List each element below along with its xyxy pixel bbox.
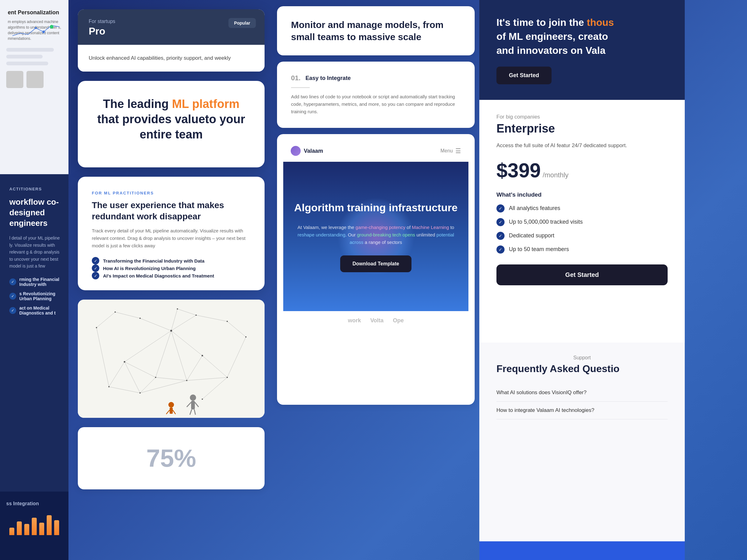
chart-area: [3, 9, 66, 168]
ent-feature-label-2: Up to 5,000,000 tracked visits: [509, 219, 583, 225]
step-divider: [291, 87, 310, 88]
pro-card-body: Unlock enhanced AI capabilities, priorit…: [78, 45, 264, 72]
phone-menu-area[interactable]: Menu ☰: [440, 147, 461, 155]
check-item-1: ✓ Transforming the Financial Industry wi…: [92, 257, 251, 264]
step-num-text: 01.: [291, 74, 301, 82]
brand-logo-1: work: [348, 317, 361, 324]
faq-item-1[interactable]: What AI solutions does VisionIQ offer?: [496, 384, 668, 402]
menu-icon: ☰: [455, 147, 461, 155]
logo-orb: [291, 146, 301, 156]
step-number: 01. Easy to Integrate: [291, 74, 461, 82]
check-item-2: ✓ How AI is Revolutionizing Urban Planni…: [92, 264, 251, 272]
svg-point-44: [190, 395, 196, 401]
ent-feature-2: ✓ Up to 5,000,000 tracked visits: [496, 218, 668, 226]
check-icon-3: ✓: [92, 272, 99, 279]
bar-1: [9, 528, 14, 535]
faq-question-2: How to integrate Valaam AI technologies?: [496, 407, 668, 414]
chart-svg: [6, 12, 66, 44]
popular-badge: Popular: [229, 18, 256, 28]
feature-label-3: act on Medical Diagnostics and t: [19, 305, 62, 316]
svg-point-41: [245, 336, 247, 338]
percent-value: 75: [146, 444, 174, 472]
svg-point-1: [35, 27, 37, 29]
faq-item-2[interactable]: How to integrate Valaam AI technologies?: [496, 402, 668, 419]
feature-label-1: rming the Financial Industry with: [19, 277, 62, 287]
svg-point-36: [139, 318, 141, 319]
blue-bottom-bar: [479, 541, 685, 560]
hero-pre: The leading: [103, 97, 169, 110]
svg-rect-51: [170, 407, 173, 414]
ent-check-3: ✓: [496, 232, 505, 240]
svg-point-28: [170, 330, 172, 331]
bar-2: [17, 522, 22, 535]
phone-inner: Valaam Menu ☰ Algorithm training infrast…: [283, 140, 468, 399]
hero-card: The leading ML platform that provides va…: [78, 81, 264, 167]
get-started-enterprise-button[interactable]: Get Started: [496, 264, 668, 285]
check-label-3: AI's Impact on Medical Diagnostics and T…: [103, 273, 214, 278]
big-number: 75%: [146, 444, 196, 473]
check-icon-1: ✓: [92, 257, 99, 264]
step-title-text: Easy to Integrate: [306, 75, 351, 81]
percent-symbol: %: [174, 444, 196, 472]
svg-point-31: [155, 377, 156, 378]
ent-feature-label-3: Dedicated support: [509, 232, 554, 239]
feature-item-3: ✓ act on Medical Diagnostics and t: [9, 305, 62, 316]
hero-orange-text: ML platform: [172, 97, 239, 110]
phone-hero-desc: At Valaam, we leverage the game-changing…: [292, 224, 459, 246]
menu-label: Menu: [440, 148, 453, 154]
enterprise-for-label: For big companies: [496, 114, 668, 120]
logo-name: Valaam: [304, 148, 323, 154]
bar-chart-panel: ss Integration: [0, 491, 69, 560]
bar-4: [32, 518, 37, 535]
svg-point-35: [108, 386, 109, 387]
text-pink: game-changing potency: [356, 224, 405, 230]
download-template-button[interactable]: Download Template: [340, 256, 412, 272]
enterprise-name: Enterprise: [496, 122, 668, 135]
get-started-top-button[interactable]: Get Started: [496, 66, 551, 84]
network-art-svg: [78, 300, 264, 418]
feature-label-2: s Revolutionizing Urban Planning: [19, 291, 62, 301]
brand-logo-2: Volta: [370, 317, 384, 324]
svg-point-43: [202, 399, 203, 400]
svg-point-40: [227, 321, 228, 322]
column-3: Monitor and manage models, from small te…: [271, 0, 479, 560]
ss-integration-label: ss Integration: [6, 501, 62, 506]
column-2: For startups Pro Popular Unlock enhanced…: [69, 0, 271, 560]
faq-support-label: Support: [496, 355, 668, 361]
svg-point-29: [124, 361, 125, 363]
practitioner-heading: The user experience that makes redundant…: [92, 200, 251, 222]
enterprise-price: $399 /monthly: [496, 159, 668, 182]
column-1: ent Personalization m employs advanced m…: [0, 0, 69, 560]
col4-hero-text: It's time to join the thousof ML enginee…: [496, 16, 668, 57]
svg-point-34: [139, 392, 141, 394]
bar-7: [54, 520, 59, 535]
bar-3: [24, 524, 29, 535]
svg-rect-45: [191, 401, 195, 409]
ent-check-4: ✓: [496, 245, 505, 254]
pro-card-top: For startups Pro Popular: [78, 9, 264, 45]
feature-item-2: ✓ s Revolutionizing Urban Planning: [9, 291, 62, 301]
practitioner-card: FOR ML PRACTITIONERS The user experience…: [78, 177, 264, 291]
svg-point-37: [196, 315, 197, 316]
monitor-heading: Monitor and manage models, from small te…: [291, 19, 461, 43]
check-circle-3: ✓: [9, 307, 16, 314]
enterprise-card: For big companies Enterprise Access the …: [479, 100, 685, 343]
percent-card: 75%: [78, 427, 264, 489]
svg-point-33: [227, 377, 228, 378]
price-period: /monthly: [542, 171, 568, 179]
dark-mid-desc: l detail of your ML pipeline ly. Visuali…: [9, 235, 62, 269]
phone-hero-heading: Algorithm training infrastructure: [294, 201, 458, 214]
feature-item-1: ✓ rming the Financial Industry with: [9, 277, 62, 287]
svg-point-0: [42, 30, 45, 33]
practitioner-desc: Track every detail of your ML pipeline a…: [92, 227, 251, 249]
brand-logo-3: Ope: [393, 317, 404, 324]
check-circle-2: ✓: [9, 293, 16, 300]
text-groundbreaking: ground-breaking tech opens: [357, 232, 415, 237]
check-label-2: How AI is Revolutionizing Urban Planning: [103, 266, 196, 271]
ent-feature-label-1: All analytics features: [509, 205, 560, 212]
svg-point-38: [114, 312, 116, 313]
whats-included-label: What's included: [496, 191, 668, 198]
ent-check-2: ✓: [496, 218, 505, 226]
price-amount: $399: [496, 159, 541, 182]
hero-post: that provides valueto your entire team: [97, 113, 245, 141]
